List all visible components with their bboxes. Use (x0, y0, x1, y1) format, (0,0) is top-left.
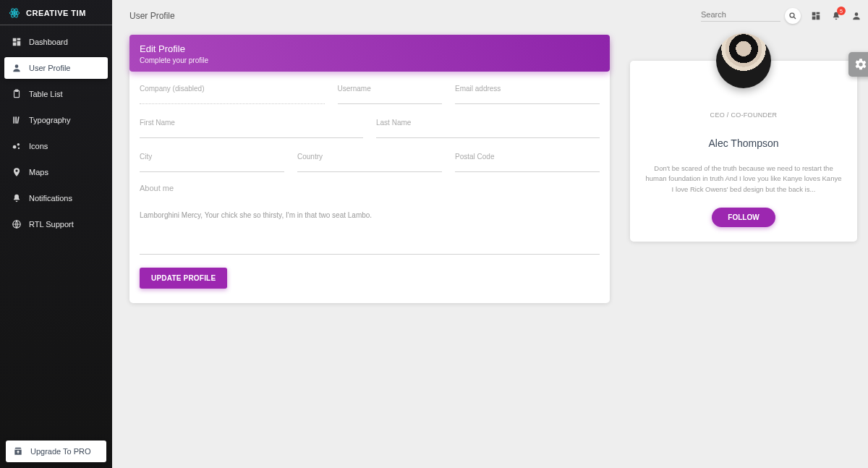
settings-tab[interactable] (848, 52, 868, 77)
sidebar-item-label: Typography (29, 116, 70, 124)
sidebar-item-icons[interactable]: Icons (4, 135, 108, 157)
topbar: User Profile 5 (112, 0, 868, 27)
brand-name: CREATIVE TIM (26, 9, 86, 17)
search-field[interactable] (701, 10, 780, 22)
profile-name: Alec Thompson (643, 137, 844, 149)
library-icon (12, 115, 22, 125)
svg-rect-4 (13, 38, 17, 42)
svg-point-24 (855, 12, 859, 16)
svg-rect-21 (817, 12, 820, 14)
sidebar-item-user-profile[interactable]: User Profile (4, 57, 108, 79)
company-field: Company (disabled) (140, 85, 325, 104)
sidebar-item-rtl[interactable]: RTL Support (4, 213, 108, 235)
company-input (140, 94, 325, 104)
sidebar-item-label: Icons (29, 142, 48, 150)
content: Edit Profile Complete your profile Compa… (112, 27, 868, 303)
about-me-textarea[interactable]: Lamborghini Mercy, Your chick she so thi… (140, 192, 600, 255)
about-me-label: About me (140, 184, 600, 192)
card-title: Edit Profile (140, 43, 600, 54)
country-label: Country (297, 153, 442, 161)
company-label: Company (disabled) (140, 85, 325, 93)
upgrade-label: Upgrade To PRO (30, 447, 91, 456)
notifications-button[interactable]: 5 (831, 11, 841, 21)
country-field[interactable]: Country (297, 153, 442, 172)
person-icon (851, 11, 861, 21)
account-button[interactable] (851, 11, 861, 21)
email-field[interactable]: Email address (455, 85, 600, 104)
sidebar: CREATIVE TIM Dashboard User Profile Tabl… (0, 0, 112, 468)
update-profile-button[interactable]: UPDATE PROFILE (140, 268, 227, 289)
follow-button[interactable]: FOLLOW (712, 208, 775, 227)
upgrade-to-pro[interactable]: Upgrade To PRO (6, 441, 106, 462)
svg-point-15 (17, 143, 20, 146)
svg-rect-23 (812, 17, 816, 20)
first-name-field[interactable]: First Name (140, 119, 363, 138)
bubble-chart-icon (12, 141, 22, 151)
username-label: Username (338, 85, 442, 93)
page-title: User Profile (129, 11, 175, 21)
dashboard-icon (12, 37, 22, 47)
react-logo-icon (9, 7, 20, 19)
apps-button[interactable] (811, 11, 821, 21)
search-button[interactable] (785, 8, 801, 24)
sidebar-item-label: Table List (29, 90, 62, 98)
sidebar-item-label: Maps (29, 168, 48, 176)
postal-input[interactable] (455, 162, 600, 172)
notification-badge: 5 (837, 7, 846, 15)
svg-rect-10 (15, 90, 18, 91)
sidebar-item-typography[interactable]: Typography (4, 109, 108, 131)
email-input[interactable] (455, 94, 600, 104)
sidebar-item-label: User Profile (29, 64, 70, 72)
brand[interactable]: CREATIVE TIM (0, 0, 112, 25)
city-input[interactable] (140, 162, 284, 172)
card-subtitle: Complete your profile (140, 56, 600, 64)
sidebar-bottom: Upgrade To PRO (0, 435, 112, 468)
language-icon (12, 219, 22, 229)
svg-rect-11 (13, 116, 14, 123)
country-input[interactable] (297, 162, 442, 172)
profile-role: CEO / CO-FOUNDER (643, 111, 844, 119)
sidebar-item-dashboard[interactable]: Dashboard (4, 31, 108, 53)
postal-field[interactable]: Postal Code (455, 153, 600, 172)
city-field[interactable]: City (140, 153, 284, 172)
last-name-input[interactable] (376, 128, 600, 138)
sidebar-item-label: Notifications (29, 194, 72, 203)
postal-label: Postal Code (455, 153, 600, 161)
bell-icon (12, 193, 22, 203)
svg-point-8 (15, 64, 19, 68)
profile-card: CEO / CO-FOUNDER Alec Thompson Don't be … (630, 61, 857, 242)
svg-rect-20 (812, 12, 816, 16)
edit-profile-card-body: Company (disabled) Username Email addres… (129, 72, 610, 303)
search-input[interactable] (701, 10, 780, 19)
avatar (716, 33, 771, 88)
city-label: City (140, 153, 284, 161)
svg-rect-13 (17, 116, 19, 123)
sidebar-item-maps[interactable]: Maps (4, 161, 108, 183)
last-name-label: Last Name (376, 119, 600, 127)
unarchive-icon (13, 446, 23, 456)
edit-profile-card-header: Edit Profile Complete your profile (129, 35, 610, 72)
username-field[interactable]: Username (338, 85, 442, 104)
username-input[interactable] (338, 94, 442, 104)
first-name-label: First Name (140, 119, 363, 127)
svg-rect-5 (17, 38, 21, 41)
location-icon (12, 167, 22, 177)
dashboard-icon (811, 11, 821, 21)
last-name-field[interactable]: Last Name (376, 119, 600, 138)
sidebar-item-table-list[interactable]: Table List (4, 83, 108, 105)
profile-bio: Don't be scared of the truth because we … (643, 163, 844, 195)
sidebar-item-notifications[interactable]: Notifications (4, 187, 108, 209)
svg-point-0 (14, 12, 16, 14)
svg-rect-12 (15, 116, 17, 123)
topbar-actions: 5 (811, 11, 861, 21)
first-name-input[interactable] (140, 128, 363, 138)
email-label: Email address (455, 85, 600, 93)
gear-icon (854, 58, 867, 71)
sidebar-nav: Dashboard User Profile Table List Typogr… (0, 25, 112, 235)
edit-profile-card: Edit Profile Complete your profile Compa… (129, 41, 610, 303)
svg-point-16 (18, 148, 20, 149)
sidebar-item-label: RTL Support (29, 220, 74, 229)
svg-point-18 (790, 13, 794, 17)
svg-line-19 (794, 17, 796, 20)
svg-point-14 (13, 145, 17, 149)
